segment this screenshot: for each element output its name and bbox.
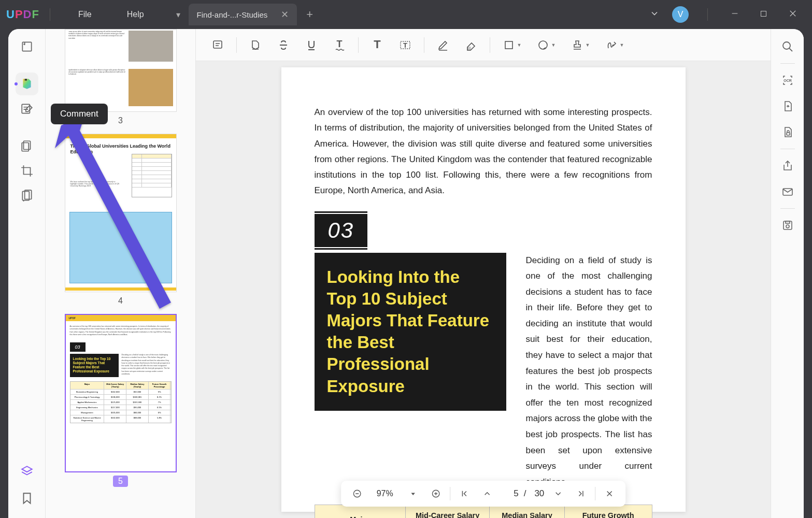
highlight-tool[interactable] [242, 34, 269, 56]
close-navigator-button[interactable] [601, 485, 618, 502]
svg-text:OCR: OCR [783, 79, 792, 82]
textbox-tool[interactable]: T [392, 34, 419, 56]
section-number-box: 03 [315, 211, 368, 250]
table-header: Future Growth Percentage [564, 505, 652, 518]
svg-rect-28 [467, 47, 471, 50]
thumbnail-number: 4 [58, 292, 183, 310]
bookmark-button[interactable] [16, 487, 38, 510]
stamp-tool[interactable]: ▼ [564, 34, 597, 56]
user-avatar[interactable]: V [672, 6, 689, 23]
tab-title: Find-and-...r-Studies [197, 10, 268, 19]
comment-mode-button[interactable] [16, 73, 38, 95]
eraser-tool[interactable] [458, 34, 485, 56]
svg-rect-50 [786, 221, 790, 223]
signature-tool[interactable]: ▼ [598, 34, 631, 56]
svg-rect-17 [213, 41, 222, 48]
shape-tool[interactable]: ▼ [495, 34, 529, 56]
new-tab-button[interactable]: + [297, 8, 322, 21]
sticker-tool[interactable]: ▼ [530, 34, 563, 56]
maximize-button[interactable] [751, 6, 776, 24]
menu-file[interactable]: File [61, 10, 109, 19]
underline-tool[interactable] [298, 34, 325, 56]
page-separator: / [524, 488, 526, 499]
strikethrough-tool[interactable] [270, 34, 297, 56]
workspace: Comment Lorem ipsum dolor sit amet conse… [8, 29, 804, 518]
reader-mode-button[interactable] [16, 35, 38, 58]
menu-help[interactable]: Help [109, 10, 162, 19]
svg-point-49 [786, 225, 789, 228]
share-button[interactable] [776, 154, 799, 177]
pencil-tool[interactable] [430, 34, 457, 56]
protect-button[interactable] [776, 121, 799, 143]
ocr-button[interactable]: OCR [776, 69, 799, 92]
document-viewer: T T T ▼ ▼ ▼ ▼ An overview of the top 100… [196, 29, 771, 518]
current-page-input[interactable] [501, 488, 519, 499]
window-controls: V [645, 4, 806, 25]
svg-text:T: T [374, 39, 381, 51]
document-page: An overview of the top 100 universities … [281, 67, 686, 512]
close-button[interactable] [780, 5, 806, 24]
text-tool[interactable]: T [364, 34, 391, 56]
table-header: Median Salary (Yearly) [490, 505, 564, 518]
svg-point-30 [539, 41, 547, 49]
comment-toolbar: T T T ▼ ▼ ▼ ▼ [196, 29, 771, 61]
zoom-in-button[interactable] [427, 485, 445, 502]
section-body: Deciding on a field of study is one of t… [526, 253, 652, 491]
organize-pages-button[interactable] [16, 135, 38, 157]
svg-rect-45 [787, 133, 790, 135]
minimize-button[interactable] [722, 5, 747, 24]
thumbnail-page-5[interactable]: UPDF An overview of the top 100 universi… [58, 314, 183, 490]
email-button[interactable] [776, 180, 799, 203]
svg-line-43 [789, 48, 792, 51]
majors-table: Major Mid-Career Salary (Yearly) Median … [315, 505, 652, 518]
zoom-out-button[interactable] [348, 485, 366, 502]
page-scroll-area[interactable]: An overview of the top 100 universities … [196, 61, 771, 518]
thumbnail-number: 5 [113, 476, 128, 487]
first-page-button[interactable] [455, 485, 473, 502]
page-tools-button[interactable] [16, 184, 38, 207]
next-page-button[interactable] [549, 485, 567, 502]
svg-rect-1 [761, 11, 766, 16]
last-page-button[interactable] [572, 485, 590, 502]
svg-point-42 [783, 42, 790, 49]
titlebar: UPDF File Help ▾ Find-and-...r-Studies ✕… [0, 0, 812, 29]
tab-dropdown[interactable]: ▾ [170, 6, 187, 24]
divider [707, 8, 708, 21]
document-tab[interactable]: Find-and-...r-Studies ✕ [189, 4, 297, 25]
search-button[interactable] [776, 35, 799, 58]
svg-rect-7 [24, 79, 26, 80]
svg-marker-16 [22, 466, 32, 472]
total-pages: 30 [531, 488, 544, 499]
intro-paragraph: An overview of the top 100 universities … [315, 105, 652, 199]
crop-pages-button[interactable] [16, 160, 38, 182]
active-indicator [15, 82, 18, 85]
edit-mode-button[interactable] [16, 97, 38, 120]
chevron-down-icon[interactable] [645, 4, 664, 25]
svg-marker-34 [411, 493, 415, 496]
right-sidebar: OCR [771, 29, 804, 518]
prev-page-button[interactable] [478, 485, 496, 502]
note-tool[interactable] [204, 34, 231, 56]
page-navigator: 97% / 30 [341, 481, 626, 507]
svg-rect-4 [22, 42, 31, 51]
table-header: Mid-Career Salary (Yearly) [405, 505, 490, 518]
table-header: Major [315, 505, 405, 518]
save-button[interactable] [776, 214, 799, 237]
squiggly-tool[interactable]: T [326, 34, 353, 56]
app-logo: UPDF [6, 8, 39, 21]
svg-rect-29 [505, 41, 512, 49]
svg-text:T: T [337, 39, 343, 49]
comment-tooltip: Comment [51, 104, 108, 124]
zoom-value: 97% [371, 489, 399, 498]
section-title-box: Looking Into the Top 10 Subject Majors T… [315, 253, 506, 411]
thumbnails-panel: Lorem ipsum dolor sit amet consectetur a… [46, 29, 196, 518]
zoom-dropdown[interactable] [404, 485, 422, 502]
svg-text:T: T [403, 41, 407, 49]
tab-area: ▾ Find-and-...r-Studies ✕ + [170, 4, 323, 25]
left-sidebar [8, 29, 46, 518]
thumbnail-page-4[interactable]: The 10 Global Universities Leading the W… [58, 134, 183, 310]
layers-button[interactable] [16, 460, 38, 483]
divider [50, 8, 50, 21]
tab-close-icon[interactable]: ✕ [281, 9, 289, 20]
convert-button[interactable] [776, 95, 799, 118]
